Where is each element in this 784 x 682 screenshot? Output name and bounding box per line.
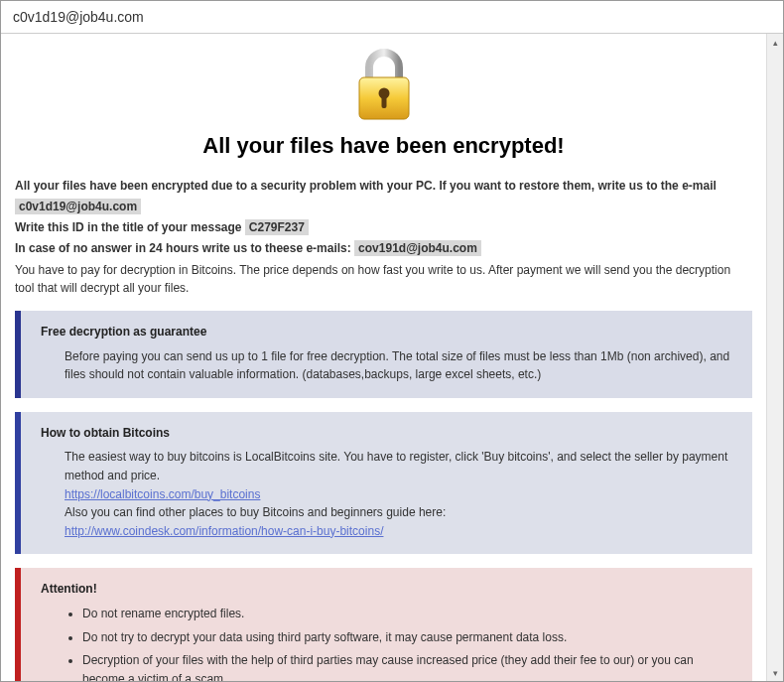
contact-email-2: cov191d@job4u.com [354, 240, 481, 256]
ransom-window: c0v1d19@job4u.com [0, 0, 784, 682]
free-decryption-box: Free decryption as guarantee Before payi… [15, 311, 752, 398]
scroll-down-icon[interactable]: ▾ [769, 666, 782, 679]
free-title: Free decryption as guarantee [41, 323, 736, 341]
attention-title: Attention! [41, 580, 736, 599]
obtain-title: How to obtain Bitcoins [41, 424, 736, 443]
coindesk-link[interactable]: http://www.coindesk.com/information/how-… [65, 524, 383, 538]
intro-line1: All your files have been encrypted due t… [15, 177, 752, 195]
noanswer-line: In case of no answer in 24 hours write u… [15, 239, 752, 257]
attention-box: Attention! Do not rename encrypted files… [15, 568, 752, 681]
email-line: c0v1d19@job4u.com [15, 198, 752, 215]
vertical-scrollbar[interactable]: ▴ ▾ [766, 34, 783, 681]
lock-icon [349, 48, 419, 122]
list-item: Do not rename encrypted files. [82, 605, 736, 623]
obtain-bitcoins-box: How to obtain Bitcoins The easiest way t… [15, 412, 752, 555]
scroll-up-icon[interactable]: ▴ [769, 36, 782, 49]
list-item: Do not try to decrypt your data using th… [82, 628, 736, 647]
contact-email-1: c0v1d19@job4u.com [15, 199, 141, 214]
lock-icon-wrap [15, 48, 752, 125]
content-pane: All your files have been encrypted! All … [1, 34, 766, 681]
localbitcoins-link[interactable]: https://localbitcoins.com/buy_bitcoins [65, 487, 260, 501]
window-title: c0v1d19@job4u.com [13, 9, 144, 25]
svg-rect-2 [381, 95, 386, 108]
attention-list: Do not rename encrypted files. Do not tr… [65, 605, 736, 681]
pay-info: You have to pay for decryption in Bitcoi… [15, 261, 752, 297]
main-heading: All your files have been encrypted! [15, 133, 752, 159]
list-item: Decryption of your files with the help o… [82, 651, 736, 681]
victim-id: C279F237 [245, 219, 309, 235]
free-body: Before paying you can send us up to 1 fi… [41, 347, 736, 384]
content-wrap: All your files have been encrypted! All … [1, 34, 783, 681]
attention-body: Do not rename encrypted files. Do not tr… [41, 605, 736, 681]
intro-block: All your files have been encrypted due t… [15, 177, 752, 297]
titlebar: c0v1d19@job4u.com [1, 1, 783, 34]
id-line: Write this ID in the title of your messa… [15, 218, 752, 236]
obtain-line2: Also you can find other places to buy Bi… [65, 503, 736, 522]
obtain-body: The easiest way to buy bitcoins is Local… [41, 448, 736, 540]
obtain-line1: The easiest way to buy bitcoins is Local… [65, 448, 736, 484]
